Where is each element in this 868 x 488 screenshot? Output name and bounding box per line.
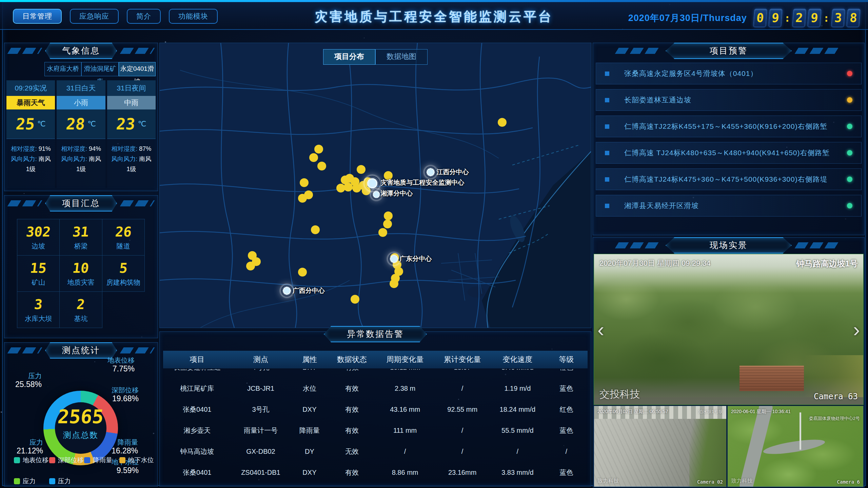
weather-tab-1[interactable]: 水府庙大桥 [44,62,81,76]
legend-item-压力[interactable]: 压力 [49,475,84,487]
alarm-table-row[interactable]: 张桑04013号孔DXY有效43.16 mm92.55 mm18.24 mm/d… [163,399,588,420]
center-marker-3[interactable] [371,189,381,200]
warning-item-5[interactable]: 仁博高速TJ24标K475+360～K475+500(K936+300)右侧路堤 [596,168,862,190]
decor-stripe-right [120,347,155,353]
project-dot[interactable] [246,262,255,270]
project-summary-panel: 项目汇总 302边坡31桥梁26隧道15矿山10地质灾害5房建构筑物3水库大坝2… [4,195,158,338]
alarm-cell: / [490,448,545,455]
prev-camera-arrow[interactable]: ‹ [597,318,604,341]
project-dot[interactable] [298,194,307,203]
project-dot[interactable] [314,145,323,154]
main-nav: 日常管理应急响应简介功能模块 [13,9,218,24]
alarm-table-row[interactable]: 钟马高边坡GX-DB02DY无效//// [163,441,588,462]
project-dot[interactable] [384,211,393,220]
project-dot[interactable] [317,162,326,170]
project-dot[interactable] [336,184,345,192]
alarm-cell: 3号孔 [231,405,290,414]
project-dot[interactable] [298,268,307,277]
alarm-cell: GX-DB02 [231,448,290,455]
project-dot[interactable] [357,165,366,174]
alarm-cell: 降雨量 [291,426,329,435]
star [1,411,2,413]
summary-value: 5 [118,260,128,276]
legend-label: 降雨量 [93,456,112,465]
center-marker-4[interactable] [388,253,400,265]
legend-swatch [119,457,125,463]
legend-item-应力[interactable]: 应力 [14,475,49,487]
warning-item-2[interactable]: 长韶娄道林互通边坡 [596,89,862,111]
summary-cell-桥梁: 31桥梁 [59,219,102,256]
weather-detail: 相对湿度: 91%风向风力: 南风1级 [6,139,55,188]
legend-item-深部位移[interactable]: 深部位移 [49,454,84,466]
alarm-table-row[interactable]: 长韶娄道林互通4号孔DXY有效10.12 mm15.975.46 mm/d橙色 [163,369,588,378]
map-tab-2[interactable]: 数据地图 [375,49,428,65]
warning-text: 仁博高速TJ24标K475+360～K475+500(K936+300)右侧路堤 [624,175,847,184]
weather-tab-3[interactable]: 永定0401滑坡 [119,62,156,76]
camera-thumbnail-2[interactable]: 2020-06-01 星期一 10:36:41 娄底固体废物处理中心2号 致力科… [727,406,864,487]
warning-bullet-icon [605,204,609,208]
camera-id-label: Camera 63 [814,392,858,401]
star [24,193,24,194]
project-dot[interactable] [311,225,320,234]
warning-item-4[interactable]: 仁博高速 TJ24标K480+635～K480+940(K941+650)右侧路… [596,142,862,164]
alarm-cell: 55.5 mm/d [490,427,545,434]
donut-label-value: 19.68% [112,394,139,403]
warning-item-6[interactable]: 湘潭县天易经开区滑坡 [596,195,862,217]
legend-label: 应力 [23,477,36,486]
warning-item-1[interactable]: 张桑高速永定服务区4号滑坡体（0401） [596,63,862,84]
warning-level-dot [847,97,852,103]
project-warning-title: 项目预警 [666,43,792,59]
project-dot[interactable] [383,220,392,228]
alarm-table-row[interactable]: 湘乡壶天雨量计一号降雨量有效111 mm/55.5 mm/d蓝色 [163,420,588,441]
project-dot[interactable] [351,295,359,304]
project-dot[interactable] [378,228,387,237]
center-marker-2[interactable] [365,176,380,191]
project-dot[interactable] [390,279,398,288]
main-camera-view[interactable]: 2020年07月30日 星期四 09:29:34 钟马路高边坡1号 交投科技 C… [594,254,864,405]
data-alarm-title: 异常数据告警 [324,326,427,342]
donut-label-name: 深部位移 [112,386,139,394]
center-marker-1[interactable] [425,166,436,178]
center-marker-5[interactable] [281,285,293,297]
alarm-cell: 红色 [545,405,588,414]
nav-button-3[interactable]: 简介 [127,9,161,24]
weather-tab-2[interactable]: 滑油洞尾矿库 [81,62,118,76]
project-dot[interactable] [300,178,309,187]
alarm-cell: 有效 [329,405,375,414]
warning-item-3[interactable]: 仁博高速TJ22标K455+175～K455+360(K916+200)右侧路堑 [596,116,862,137]
next-camera-arrow[interactable]: › [853,318,860,341]
thumb2-pole [800,412,801,449]
humidity-value: 87% [139,145,151,152]
warning-level-dot [847,203,852,208]
alarm-cell: 8.86 mm [375,469,435,476]
map-tab-1[interactable]: 项目分布 [323,49,375,65]
legend-swatch [14,478,20,484]
live-view-panel: 现场实景 2020年07月30日 星期四 09:29:34 钟马路高边坡1号 交… [593,237,865,487]
warning-bullet-icon [605,98,609,102]
decor-stripe-left [615,48,663,54]
humidity-line: 相对湿度: 91% [9,144,52,154]
nav-button-1[interactable]: 日常管理 [13,9,62,24]
header: 日常管理应急响应简介功能模块 灾害地质与工程安全智能监测云平台 2020年07月… [0,2,868,30]
nav-button-2[interactable]: 应急响应 [70,9,119,24]
alarm-table-row[interactable]: 桃江尾矿库JCB-JR1水位有效2.38 m/1.19 m/d蓝色 [163,378,588,399]
temperature-value: 23 [115,115,136,133]
nav-button-4[interactable]: 功能模块 [169,9,218,24]
project-dot[interactable] [309,153,318,162]
center-label-2: 灾害地质与工程安全监测中心 [380,178,464,187]
alarm-cell: 长韶娄道林互通 [163,369,231,372]
project-summary-header: 项目汇总 [4,196,158,211]
legend-item-降雨量[interactable]: 降雨量 [84,454,119,466]
legend-swatch [84,457,90,463]
camera-thumbnail-1[interactable]: 2020年06月02日 星期二 06:55:57 泊水坝1号坝 致力科技 Cam… [594,406,727,487]
legend-item-地表位移[interactable]: 地表位移 [14,454,49,466]
data-alarm-panel: 异常数据告警 项目测点属性数据状态周期变化量累计变化量变化速度等级 长韶娄道林互… [159,331,591,487]
summary-value: 15 [29,260,47,276]
project-dot[interactable] [498,118,507,127]
alarm-cell: 1.19 m/d [490,385,545,392]
alarm-table-row[interactable]: 张桑0401ZS0401-DB1DXY有效8.86 mm23.16mm3.83 … [163,462,588,483]
legend-item-地下水位[interactable]: 地下水位 [119,454,155,466]
alarm-cell: 蓝色 [545,384,588,393]
weather-column-2: 31日白天小雨28℃相对湿度: 94%风向风力: 南风1级 [57,80,105,188]
center-label-1: 江西分中心 [437,168,469,177]
